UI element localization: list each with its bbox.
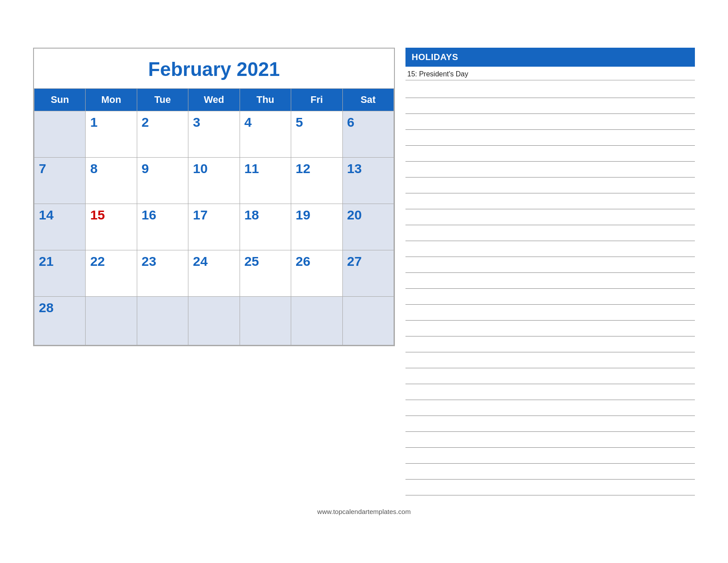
calendar-day-cell [86, 297, 137, 345]
calendar-day-cell: 4 [240, 111, 291, 158]
main-content: February 2021 Sun Mon Tue Wed Thu Fri Sa… [33, 48, 695, 495]
note-line [405, 193, 695, 209]
calendar-day-cell [34, 111, 86, 158]
calendar-day-cell: 11 [240, 158, 291, 204]
note-line [405, 82, 695, 98]
note-line [405, 448, 695, 464]
calendar-day-cell [291, 297, 342, 345]
col-thu: Thu [240, 89, 291, 111]
note-line [405, 432, 695, 448]
calendar-day-cell: 26 [291, 250, 342, 297]
calendar-grid: Sun Mon Tue Wed Thu Fri Sat 123456789101… [34, 88, 394, 345]
side-panel: HOLIDAYS 15: President's Day [405, 48, 695, 495]
col-tue: Tue [137, 89, 188, 111]
calendar-day-cell: 16 [137, 204, 188, 250]
calendar-week-row: 28 [34, 297, 394, 345]
note-line [405, 273, 695, 289]
calendar-day-cell [342, 297, 394, 345]
calendar-week-row: 14151617181920 [34, 204, 394, 250]
note-line [405, 130, 695, 146]
calendar-week-row: 78910111213 [34, 158, 394, 204]
calendar-day-cell: 14 [34, 204, 86, 250]
note-line [405, 368, 695, 384]
calendar-day-cell: 28 [34, 297, 86, 345]
calendar-day-cell [188, 297, 240, 345]
calendar-day-cell: 13 [342, 158, 394, 204]
note-line [405, 480, 695, 495]
calendar-day-cell: 15 [86, 204, 137, 250]
calendar-title: February 2021 [34, 49, 394, 88]
notes-lines [405, 82, 695, 495]
note-line [405, 416, 695, 432]
note-line [405, 241, 695, 257]
calendar-day-cell: 24 [188, 250, 240, 297]
note-line [405, 257, 695, 273]
note-line [405, 321, 695, 336]
footer-text: www.topcalendartemplates.com [317, 508, 411, 515]
calendar-day-cell: 7 [34, 158, 86, 204]
calendar-day-cell: 22 [86, 250, 137, 297]
note-line [405, 225, 695, 241]
note-line [405, 289, 695, 305]
calendar-week-row: 123456 [34, 111, 394, 158]
calendar-day-cell: 27 [342, 250, 394, 297]
calendar-day-cell: 10 [188, 158, 240, 204]
calendar-day-cell: 25 [240, 250, 291, 297]
calendar-day-cell: 12 [291, 158, 342, 204]
footer: www.topcalendartemplates.com [317, 508, 411, 515]
col-wed: Wed [188, 89, 240, 111]
holidays-header: HOLIDAYS [405, 48, 695, 67]
calendar-day-cell [137, 297, 188, 345]
calendar-day-cell: 3 [188, 111, 240, 158]
holiday-item: 15: President's Day [405, 67, 695, 80]
calendar-header-row: Sun Mon Tue Wed Thu Fri Sat [34, 89, 394, 111]
note-line [405, 98, 695, 114]
note-line [405, 114, 695, 130]
calendar-week-row: 21222324252627 [34, 250, 394, 297]
col-sun: Sun [34, 89, 86, 111]
calendar-day-cell: 8 [86, 158, 137, 204]
calendar-day-cell: 2 [137, 111, 188, 158]
note-line [405, 305, 695, 321]
col-mon: Mon [86, 89, 137, 111]
calendar-day-cell: 1 [86, 111, 137, 158]
calendar-day-cell [240, 297, 291, 345]
note-line [405, 352, 695, 368]
calendar-day-cell: 21 [34, 250, 86, 297]
col-sat: Sat [342, 89, 394, 111]
page-wrapper: February 2021 Sun Mon Tue Wed Thu Fri Sa… [33, 48, 695, 515]
note-line [405, 384, 695, 400]
calendar-day-cell: 20 [342, 204, 394, 250]
calendar-day-cell: 23 [137, 250, 188, 297]
calendar-day-cell: 5 [291, 111, 342, 158]
calendar-day-cell: 9 [137, 158, 188, 204]
calendar-day-cell: 19 [291, 204, 342, 250]
note-line [405, 178, 695, 193]
note-line [405, 162, 695, 178]
note-line [405, 336, 695, 352]
note-line [405, 400, 695, 416]
note-line [405, 464, 695, 480]
calendar-day-cell: 18 [240, 204, 291, 250]
note-line [405, 146, 695, 162]
calendar-day-cell: 6 [342, 111, 394, 158]
calendar-container: February 2021 Sun Mon Tue Wed Thu Fri Sa… [33, 48, 395, 346]
col-fri: Fri [291, 89, 342, 111]
note-line [405, 209, 695, 225]
calendar-day-cell: 17 [188, 204, 240, 250]
